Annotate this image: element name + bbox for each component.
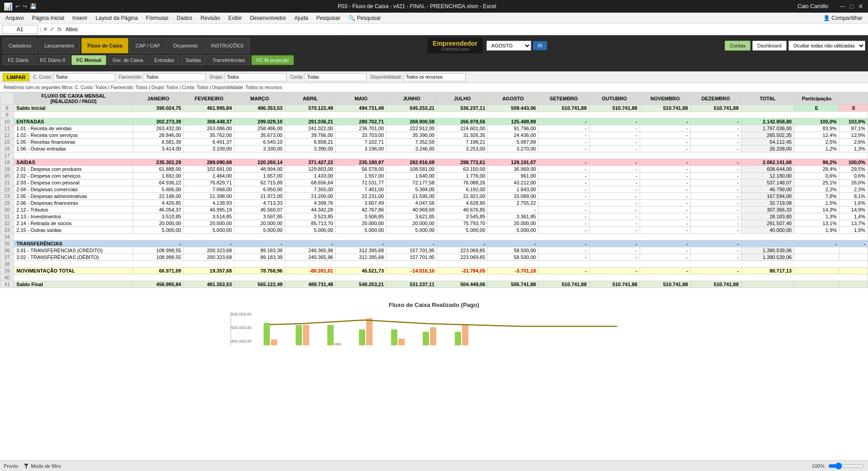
- chart-y-axis: 600.000,00 500.000,00 400.000,00 300.000…: [231, 312, 253, 345]
- col-header-out: OUTUBRO: [589, 93, 640, 105]
- limpar-btn[interactable]: LIMPAR: [3, 73, 29, 81]
- zoom-slider[interactable]: [828, 462, 864, 470]
- row-desp-pessoal: 21 2.03 - Despesa com pessoal 64.936,22 …: [0, 179, 868, 186]
- ribbon-right: Contas Dashboard Ocultar todas não utili…: [725, 38, 865, 53]
- cell-reference[interactable]: A1: [2, 25, 38, 34]
- maximize-btn[interactable]: □: [848, 3, 855, 10]
- brand-center: Empreendedor CURIOSO.com AGOSTO JANEIROF…: [251, 38, 724, 53]
- filter-icon: [24, 463, 29, 469]
- ribbon-bottom-row: FC Diário FC Diário II FC Mensal Ger. de…: [0, 53, 868, 67]
- transferencias-label: TRANSFERÊNCIAS: [14, 240, 133, 247]
- menu-formulas[interactable]: Fórmulas: [142, 14, 172, 22]
- col-header-mar: MARÇO: [234, 93, 285, 105]
- filter-grupo: Grupo:: [209, 73, 287, 81]
- menu-exibir[interactable]: Exibir: [225, 14, 245, 22]
- saldo-inicial-fev: 461.995,84: [184, 105, 234, 112]
- tab-ger-caixa[interactable]: Ger. de Caixa: [108, 55, 148, 65]
- bar-jul-green: [455, 332, 461, 345]
- bar-fev-orange: [303, 325, 309, 345]
- btn-fluxo-caixa[interactable]: Fluxo de Caixa: [81, 38, 128, 53]
- menu-inserir[interactable]: Inserir: [69, 14, 91, 22]
- row-desp-produtos: 19 2.01 - Despesa com produtos 61.888,00…: [0, 166, 868, 173]
- row-blank-17: 17: [0, 152, 868, 159]
- tab-entradas[interactable]: Entradas: [149, 55, 179, 65]
- chart-title: Fluxo de Caixa Realizado (Pago): [9, 301, 859, 308]
- filter-custo-input[interactable]: [53, 73, 115, 81]
- row-num-header: [0, 93, 14, 105]
- menu-desenvolvedor[interactable]: Desenvolvedor: [246, 14, 290, 22]
- spreadsheet-area[interactable]: FLUXO DE CAIXA MENSAL[REALIZADO / PAGO] …: [0, 92, 868, 345]
- col-header-ago: AGOSTO: [488, 93, 538, 105]
- bar-mar-orange: [335, 343, 341, 345]
- menu-ajuda[interactable]: Ajuda: [291, 14, 312, 22]
- bar-jan-green: [264, 323, 270, 345]
- chart-container: 600.000,00 500.000,00 400.000,00 300.000…: [231, 312, 637, 345]
- menu-arquivo[interactable]: Arquivo: [2, 14, 28, 22]
- compartilhar-btn[interactable]: 👤 Compartilhar: [820, 14, 866, 22]
- entradas-jan: 302.273,39: [133, 118, 184, 125]
- main-table: FLUXO DE CAIXA MENSAL[REALIZADO / PAGO] …: [0, 92, 868, 288]
- filter-favorecido-input[interactable]: [144, 73, 206, 81]
- bar-group-jun: Jun: [415, 316, 444, 345]
- brand-box: Empreendedor CURIOSO.com: [427, 38, 483, 53]
- close-btn[interactable]: ✕: [857, 3, 864, 10]
- saldo-inicial-label: Saldo Inicial: [14, 105, 133, 112]
- tab-fc-m-projecao[interactable]: FC M projeção: [251, 55, 294, 65]
- ocultar-dropdown[interactable]: Ocultar todas não utilizadas: [788, 41, 865, 51]
- save-icon[interactable]: 💾: [30, 3, 37, 9]
- bar-group-nov: Nov: [574, 316, 604, 345]
- bar-group-dez: Dez: [606, 316, 636, 345]
- ribbon-area: Cadastros Lançamentos Fluxo de Caixa CAP…: [0, 35, 868, 71]
- menu-layout[interactable]: Layout da Página: [92, 14, 141, 22]
- saldo-inicial-jun: 545.253,21: [387, 105, 437, 112]
- menu-revisao[interactable]: Revisão: [197, 14, 224, 22]
- month-dropdown[interactable]: AGOSTO JANEIROFEVEREIROMARÇO ABRILMAIOJU…: [486, 41, 531, 51]
- bar-group-ago: Ago: [478, 316, 508, 345]
- bar-mai-orange: [398, 339, 405, 345]
- tab-fc-diario[interactable]: FC Diário: [3, 55, 33, 65]
- col-header-part: Participação: [794, 93, 840, 105]
- bar-group-mai: Mai: [383, 316, 413, 345]
- window-title: P03 - Fluxo de Caixa - v421 - FINAL - PR…: [37, 3, 797, 9]
- col-header-part2: [839, 93, 868, 105]
- btn-cap-cap[interactable]: CAP / CAP: [130, 38, 166, 53]
- undo-icon[interactable]: ↩: [15, 3, 20, 9]
- saldo-inicial-total: [741, 105, 794, 112]
- btn-cadastros[interactable]: Cadastros: [3, 38, 37, 53]
- filter-grupo-input[interactable]: [225, 73, 287, 81]
- row-tributos: 30 2.12 - Tributos 46.054,37 46.995,19 4…: [0, 207, 868, 213]
- menu-pagina-inicial[interactable]: Página Inicial: [28, 14, 68, 22]
- row-saidas-header: 18 SAÍDAS 235.302,29 289.090,68 220.260,…: [0, 159, 868, 166]
- filter-disponibilidade-input[interactable]: [404, 73, 466, 81]
- btn-instrucoes[interactable]: INSTRUÇÕES: [205, 38, 249, 53]
- user-name: Caio Camillo: [797, 3, 828, 9]
- tab-fc-diario-ii[interactable]: FC Diário II: [35, 55, 70, 65]
- minimize-btn[interactable]: ─: [839, 3, 846, 10]
- tab-fc-mensal[interactable]: FC Mensal: [71, 55, 106, 65]
- col-header-jan: JANEIRO: [133, 93, 184, 105]
- tab-transferencias[interactable]: Transferências: [208, 55, 250, 65]
- saidas-label: SAÍDAS: [14, 159, 133, 166]
- menu-dados[interactable]: Dados: [173, 14, 196, 22]
- y-label-500: 500.000,00: [231, 325, 251, 330]
- menu-pesquisar-icon[interactable]: 🔍 Pesquisar: [345, 14, 385, 22]
- row-retirada-socios: 32 2.14 - Retirada de sócios 20.000,00 2…: [0, 220, 868, 227]
- formula-input[interactable]: Ativo: [64, 26, 866, 33]
- saldo-inicial-mai: 494.731,48: [335, 105, 386, 112]
- row-receita-servicos: 12 1.02 - Receita com serviços 28.846,00…: [0, 132, 868, 139]
- filter-conta-input[interactable]: [305, 73, 367, 81]
- redo-icon[interactable]: ↪: [23, 3, 27, 9]
- btn-lancamentos[interactable]: Lançamentos: [38, 38, 80, 53]
- y-label-400: 400.000,00: [231, 339, 251, 344]
- btn-dashboard[interactable]: Dashboard: [752, 41, 787, 51]
- menu-pesquisar[interactable]: Pesquisar: [313, 14, 344, 22]
- filter-grupo-label: Grupo:: [209, 75, 223, 80]
- ir-button[interactable]: IR: [533, 41, 547, 50]
- tab-saidas[interactable]: Saídas: [180, 55, 206, 65]
- info-text: Relatórios com os seguintes filtros: C. …: [4, 85, 282, 90]
- btn-orcamento[interactable]: Orçamento: [167, 38, 203, 53]
- bar-group-abr: Abr: [351, 316, 381, 345]
- row-saldo-final: 41 Saldo Final 456.995,84 481.353,53 565…: [0, 281, 868, 288]
- bar-jun-green: [423, 332, 429, 345]
- btn-contas[interactable]: Contas: [725, 41, 750, 51]
